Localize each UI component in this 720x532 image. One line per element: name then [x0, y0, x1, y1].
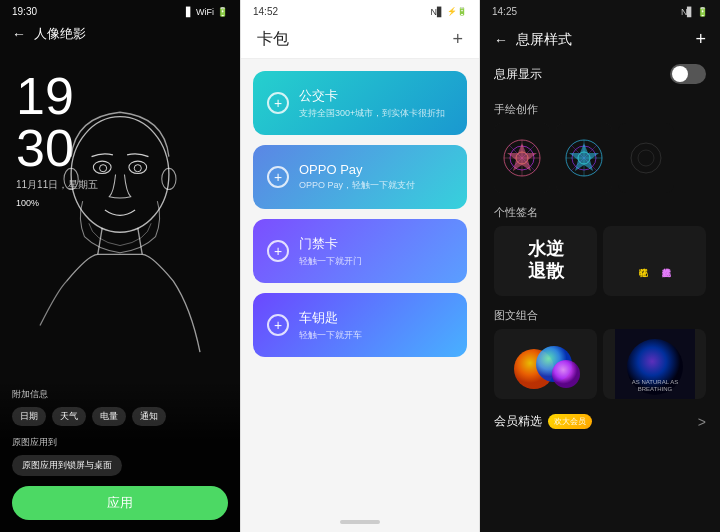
apply-button[interactable]: 应用 — [12, 486, 228, 520]
img-combo-grid: AS NATURAL AS BREATHING — [480, 329, 720, 399]
panel2-bottom-indicator — [241, 512, 479, 532]
panel3-status-bar: 14:25 N▋ 🔋 — [480, 0, 720, 21]
hand-drawing-grid — [480, 123, 720, 193]
attach-btn-notify[interactable]: 通知 — [132, 407, 166, 426]
bottom-nav-bar — [340, 520, 380, 524]
clock-display: 19 30 11月11日，星期五 — [16, 70, 98, 192]
panel3-header: ← 息屏样式 + — [480, 21, 720, 58]
attach-btn-date[interactable]: 日期 — [12, 407, 46, 426]
signature-thumb-1[interactable]: 水逆退散 — [494, 226, 597, 296]
panel2-status-icons: N▋ ⚡🔋 — [431, 7, 468, 17]
clock-time: 19 30 — [16, 70, 98, 174]
aod-thumb-3[interactable] — [618, 123, 674, 193]
aod-display-section: 息屏显示 — [480, 58, 720, 98]
panel3-add-icon[interactable]: + — [695, 29, 706, 50]
clock-hour: 19 — [16, 67, 74, 125]
attach-btn-battery[interactable]: 电量 — [92, 407, 126, 426]
signature-thumb-2[interactable]: 亿奋斗吧 喜欢的就是你 — [603, 226, 706, 296]
car-card-name: 车钥匙 — [299, 309, 362, 327]
oppo-card-info: OPPO Pay OPPO Pay，轻触一下就支付 — [299, 162, 415, 192]
panel2-signal-icon: N▋ — [431, 7, 445, 17]
aod-thumb-2[interactable] — [556, 123, 612, 193]
svg-line-1 — [98, 228, 102, 255]
battery-percentage: 100% — [16, 198, 39, 208]
bus-card-desc: 支持全国300+城市，到实体卡很折扣 — [299, 107, 445, 120]
oppo-pay-card[interactable]: + OPPO Pay OPPO Pay，轻触一下就支付 — [253, 145, 467, 209]
svg-point-6 — [134, 165, 141, 172]
panel1-status-time: 19:30 — [12, 6, 37, 17]
svg-line-2 — [138, 228, 142, 255]
panel1-title: 人像绝影 — [34, 25, 86, 43]
sig-text-1: 水逆退散 — [528, 239, 564, 282]
aod-display-title: 息屏显示 — [494, 66, 542, 83]
clock-minute: 30 — [16, 119, 74, 177]
panel2-status-time: 14:52 — [253, 6, 278, 17]
bus-card-info: 公交卡 支持全国300+城市，到实体卡很折扣 — [299, 87, 445, 120]
panel3-title: 息屏样式 — [516, 31, 572, 49]
door-card-info: 门禁卡 轻触一下就开门 — [299, 235, 362, 268]
panel-card-wallet: 14:52 N▋ ⚡🔋 卡包 + + 公交卡 支持全国300+城市，到实体卡很折… — [240, 0, 480, 532]
panel-aod-style: 14:25 N▋ 🔋 ← 息屏样式 + 息屏显示 手绘创作 — [480, 0, 720, 532]
wifi-icon: WiFi — [196, 7, 214, 17]
apply-to-screen-button[interactable]: 原图应用到锁屏与桌面 — [12, 455, 122, 476]
car-card-desc: 轻触一下就开车 — [299, 329, 362, 342]
car-card-info: 车钥匙 轻触一下就开车 — [299, 309, 362, 342]
bus-card-plus: + — [267, 92, 289, 114]
member-label: 会员精选 — [494, 413, 542, 430]
panel3-status-icons: N▋ 🔋 — [681, 7, 708, 17]
signature-grid: 水逆退散 亿奋斗吧 喜欢的就是你 — [480, 226, 720, 296]
panel3-signal-icon: N▋ 🔋 — [681, 7, 708, 17]
member-arrow-icon[interactable]: > — [698, 414, 706, 430]
door-card-plus: + — [267, 240, 289, 262]
svg-point-33 — [552, 360, 580, 388]
attach-btn-weather[interactable]: 天气 — [52, 407, 86, 426]
panel2-header: 卡包 + — [241, 21, 479, 59]
sig-side-text-2: 喜欢的就是你 — [656, 257, 677, 265]
svg-point-5 — [100, 165, 107, 172]
oppo-card-plus: + — [267, 166, 289, 188]
panel1-header: ← 人像绝影 — [0, 21, 240, 47]
sig-side-text-1: 亿奋斗吧 — [633, 257, 654, 265]
attach-info-label: 附加信息 — [12, 388, 228, 401]
clock-date: 11月11日，星期五 — [16, 178, 98, 192]
panel1-status-icons: ▋ WiFi 🔋 — [186, 7, 228, 17]
panel3-header-left: ← 息屏样式 — [494, 31, 572, 49]
attach-buttons-row: 日期 天气 电量 通知 — [12, 407, 228, 426]
panel2-wifi-icon: ⚡🔋 — [447, 7, 467, 16]
img-combo-title: 图文组合 — [480, 304, 720, 329]
panel2-status-bar: 14:52 N▋ ⚡🔋 — [241, 0, 479, 21]
member-badge: 欢大会员 — [548, 414, 592, 429]
panel-portrait-lock: 19:30 ▋ WiFi 🔋 ← 人像绝影 19 30 11月11日，星期五 — [0, 0, 240, 532]
oppo-card-name: OPPO Pay — [299, 162, 415, 177]
bus-card-name: 公交卡 — [299, 87, 445, 105]
svg-text:AS NATURAL AS: AS NATURAL AS — [631, 379, 677, 385]
door-card-name: 门禁卡 — [299, 235, 362, 253]
panel2-add-icon[interactable]: + — [452, 29, 463, 50]
panel1-status-bar: 19:30 ▋ WiFi 🔋 — [0, 0, 240, 21]
member-title: 会员精选 欢大会员 — [494, 413, 592, 430]
member-section[interactable]: 会员精选 欢大会员 > — [480, 407, 720, 436]
panel1-back-icon[interactable]: ← — [12, 26, 26, 42]
car-key-card[interactable]: + 车钥匙 轻触一下就开车 — [253, 293, 467, 357]
panel3-back-icon[interactable]: ← — [494, 32, 508, 48]
oppo-card-desc: OPPO Pay，轻触一下就支付 — [299, 179, 415, 192]
panel1-bottom: 附加信息 日期 天气 电量 通知 原图应用到 原图应用到锁屏与桌面 应用 — [0, 380, 240, 532]
svg-text:BREATHING: BREATHING — [637, 386, 672, 392]
card-list: + 公交卡 支持全国300+城市，到实体卡很折扣 + OPPO Pay OPPO… — [241, 59, 479, 512]
svg-rect-27 — [618, 123, 674, 193]
battery-indicator: 100% — [16, 198, 39, 208]
apply-area-label: 原图应用到 — [12, 436, 228, 449]
aod-display-header: 息屏显示 — [494, 64, 706, 84]
aod-thumb-1[interactable] — [494, 123, 550, 193]
hand-drawing-title: 手绘创作 — [480, 98, 720, 123]
toggle-knob — [672, 66, 688, 82]
img-combo-thumb-2[interactable]: AS NATURAL AS BREATHING — [603, 329, 706, 399]
aod-toggle[interactable] — [670, 64, 706, 84]
door-card-desc: 轻触一下就开门 — [299, 255, 362, 268]
signature-title: 个性签名 — [480, 201, 720, 226]
bus-card[interactable]: + 公交卡 支持全国300+城市，到实体卡很折扣 — [253, 71, 467, 135]
door-card[interactable]: + 门禁卡 轻触一下就开门 — [253, 219, 467, 283]
car-card-plus: + — [267, 314, 289, 336]
img-combo-thumb-1[interactable] — [494, 329, 597, 399]
battery-icon: 🔋 — [217, 7, 228, 17]
